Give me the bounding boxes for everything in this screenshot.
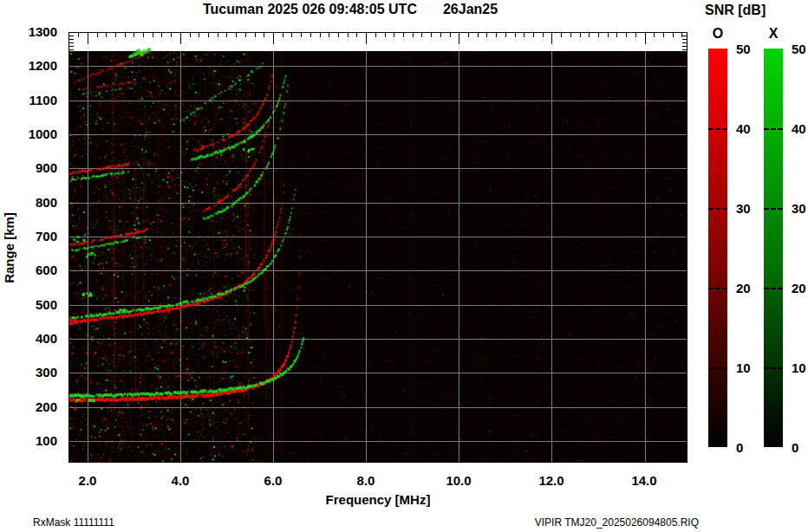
- snr-legend-title: SNR [dB]: [705, 3, 766, 18]
- o-bar-tick-0: 0: [736, 440, 766, 454]
- y-tick-300: 300: [2, 365, 57, 380]
- colorbar-dash-40: [708, 128, 727, 130]
- y-tick-400: 400: [2, 331, 57, 347]
- o-bar-tick-50: 50: [736, 42, 766, 55]
- plot-title: Tucuman 2025 026 09:48:05 UTC26Jan25: [203, 2, 498, 17]
- data-file-label: VIPIR TMJ20_2025026094805.RIQ: [439, 516, 699, 529]
- rx-mask-label: RxMask 11111111: [33, 516, 114, 529]
- title-station-time: Tucuman 2025 026 09:48:05 UTC: [203, 2, 417, 16]
- colorbar-dash-20: [708, 288, 727, 289]
- x-bar-tick-30: 30: [792, 201, 808, 215]
- o-bar-tick-10: 10: [736, 360, 766, 374]
- x-bar-tick-40: 40: [792, 121, 808, 135]
- x-tick-14: 14.0: [618, 473, 670, 489]
- x-tick-4: 4.0: [154, 473, 206, 489]
- y-tick-100: 100: [2, 433, 57, 449]
- x-bar-tick-20: 20: [792, 281, 808, 295]
- y-tick-1100: 1100: [2, 93, 57, 108]
- colorbar-dash-30: [708, 208, 727, 210]
- x-axis-title: Frequency [MHz]: [68, 492, 687, 507]
- y-tick-700: 700: [2, 229, 57, 244]
- y-tick-900: 900: [2, 160, 57, 176]
- plot-area: [68, 32, 687, 463]
- x-tick-10: 10.0: [433, 473, 485, 489]
- y-tick-200: 200: [2, 399, 57, 415]
- ionogram-canvas: [69, 33, 687, 462]
- y-tick-1000: 1000: [2, 127, 57, 142]
- colorbar-dash-10: [708, 367, 727, 369]
- o-mode-colorbar: [708, 49, 727, 447]
- y-tick-1300: 1300: [2, 24, 57, 40]
- x-tick-2: 2.0: [62, 473, 114, 489]
- o-bar-tick-30: 30: [736, 201, 766, 215]
- x-mode-colorbar: [764, 49, 783, 447]
- o-bar-tick-20: 20: [736, 281, 766, 295]
- colorbar-dash-20: [764, 288, 783, 289]
- colorbar-dash-30: [764, 208, 783, 210]
- x-tick-12: 12.0: [525, 473, 577, 489]
- y-tick-800: 800: [2, 195, 57, 211]
- x-bar-tick-0: 0: [792, 440, 808, 454]
- x-tick-8: 8.0: [340, 473, 392, 489]
- colorbar-dash-10: [764, 367, 783, 369]
- x-bar-tick-10: 10: [792, 360, 808, 374]
- y-tick-600: 600: [2, 263, 57, 278]
- o-mode-label: O: [708, 26, 727, 42]
- o-bar-tick-40: 40: [736, 121, 766, 135]
- x-mode-label: X: [764, 26, 783, 42]
- colorbar-dash-40: [764, 128, 783, 130]
- x-bar-tick-50: 50: [792, 42, 808, 55]
- ionogram-viewer: Tucuman 2025 026 09:48:05 UTC26Jan25 Ran…: [0, 0, 808, 532]
- y-tick-1200: 1200: [2, 58, 57, 74]
- x-tick-6: 6.0: [247, 473, 299, 489]
- y-tick-500: 500: [2, 297, 57, 313]
- title-date: 26Jan25: [443, 2, 498, 16]
